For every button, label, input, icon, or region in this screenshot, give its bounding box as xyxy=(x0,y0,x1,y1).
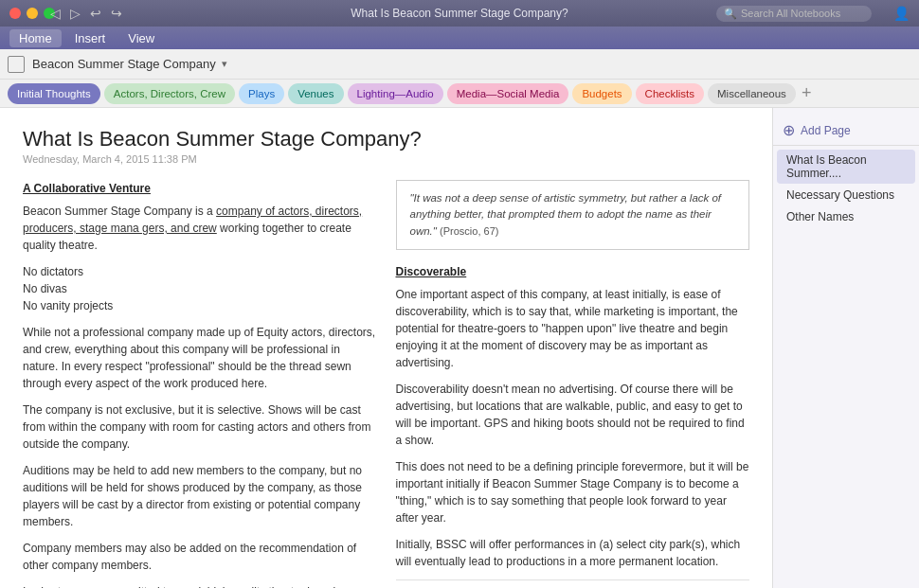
para-collaborative: Beacon Summer Stage Company is a company… xyxy=(23,203,377,254)
user-icon[interactable]: 👤 xyxy=(893,6,910,21)
menu-insert[interactable]: Insert xyxy=(65,29,116,47)
right-sidebar: ⊕ Add Page What Is Beacon Summer.... Nec… xyxy=(772,108,919,588)
underline-company: company of actors, directors, producers,… xyxy=(23,205,362,235)
heading-discoverable: Discoverable xyxy=(396,263,750,280)
close-button[interactable] xyxy=(9,8,21,19)
para-disc1: One important aspect of this company, at… xyxy=(396,286,750,371)
menu-home[interactable]: Home xyxy=(9,29,62,47)
search-input[interactable] xyxy=(741,8,864,19)
search-box[interactable]: 🔍 xyxy=(716,6,872,22)
para-exclusive: The company is not exclusive, but it is … xyxy=(23,401,377,453)
redo-icon[interactable]: ↪ xyxy=(108,6,125,21)
tab-lighting[interactable]: Lighting—Audio xyxy=(348,83,443,104)
para-auditions: Auditions may be held to add new members… xyxy=(23,462,377,530)
forward-icon[interactable]: ▷ xyxy=(67,6,83,21)
sidebar-page-item-0[interactable]: What Is Beacon Summer.... xyxy=(777,150,915,184)
add-page-icon: ⊕ xyxy=(783,121,795,139)
tabs-bar: Initial Thoughts Actors, Directors, Crew… xyxy=(0,80,919,108)
tab-initial-thoughts[interactable]: Initial Thoughts xyxy=(8,83,100,104)
search-icon: 🔍 xyxy=(724,8,737,20)
quote-box: "It was not a deep sense of artistic sym… xyxy=(396,180,750,250)
tab-miscellaneous[interactable]: Miscellaneous xyxy=(708,83,796,104)
menu-view[interactable]: View xyxy=(118,29,164,47)
tab-checklists[interactable]: Checklists xyxy=(636,83,704,104)
sidebar-page-item-2[interactable]: Other Names xyxy=(777,206,915,227)
add-page-button[interactable]: ⊕ Add Page xyxy=(773,116,919,146)
back-icon[interactable]: ◁ xyxy=(47,6,63,21)
sidebar-page-item-1[interactable]: Necessary Questions xyxy=(777,185,915,205)
list-nodictators: No dictatorsNo divasNo vanity projects xyxy=(23,263,377,314)
undo-icon[interactable]: ↩ xyxy=(87,6,104,21)
menu-bar: Home Insert View xyxy=(0,27,919,49)
notebook-chevron-icon[interactable]: ▾ xyxy=(222,58,227,70)
para-disc2: Discoverability doesn't mean no advertis… xyxy=(396,381,750,449)
title-bar: ◁ ▷ ↩ ↪ What Is Beacon Summer Stage Comp… xyxy=(0,0,919,27)
para-disc4: Initially, BSSC will offer performances … xyxy=(396,536,750,570)
page-title: What Is Beacon Summer Stage Company? xyxy=(23,127,749,151)
notebook-name[interactable]: Beacon Summer Stage Company xyxy=(32,57,216,71)
navigation-buttons[interactable]: ◁ ▷ ↩ ↪ xyxy=(47,6,125,21)
quote-cite: (Proscio, 67) xyxy=(440,225,498,237)
tab-venues[interactable]: Venues xyxy=(288,83,343,104)
page-meta: Wednesday, March 4, 2015 11:38 PM xyxy=(23,153,749,165)
minimize-button[interactable] xyxy=(27,8,38,19)
section-divider xyxy=(396,579,750,580)
two-column-layout: A Collaborative Venture Beacon Summer St… xyxy=(23,180,749,588)
main-area: What Is Beacon Summer Stage Company? Wed… xyxy=(0,108,919,588)
add-page-label: Add Page xyxy=(801,124,851,137)
tab-media[interactable]: Media—Social Media xyxy=(447,83,569,104)
para-disc3: This does not need to be a defining prin… xyxy=(396,458,750,526)
para-inshort: In short, anyone committed to good, high… xyxy=(23,583,377,588)
tab-plays[interactable]: Plays xyxy=(239,83,284,104)
add-tab-button[interactable]: + xyxy=(802,83,812,103)
para-recommendation: Company members may also be added on the… xyxy=(23,540,377,574)
window-title: What Is Beacon Summer Stage Company? xyxy=(351,7,568,20)
para-professional: While not a professional company made up… xyxy=(23,324,377,392)
right-column: "It was not a deep sense of artistic sym… xyxy=(396,180,750,588)
notebook-bar: Beacon Summer Stage Company ▾ xyxy=(0,49,919,80)
tab-actors[interactable]: Actors, Directors, Crew xyxy=(104,83,235,104)
left-column: A Collaborative Venture Beacon Summer St… xyxy=(23,180,377,588)
heading-collaborative: A Collaborative Venture xyxy=(23,180,377,197)
content-pane: What Is Beacon Summer Stage Company? Wed… xyxy=(0,108,772,588)
tab-budgets[interactable]: Budgets xyxy=(572,83,631,104)
notebook-icon xyxy=(8,56,25,73)
